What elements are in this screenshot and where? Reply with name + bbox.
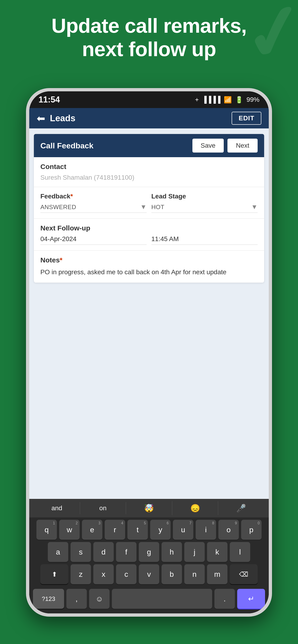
keyboard-bottom-row: ?123 , ☺ . ↵ — [29, 589, 269, 614]
key-b[interactable]: b — [162, 564, 182, 584]
key-l[interactable]: l — [230, 542, 250, 562]
feedback-card: Call Feedback Save Next Contact Suresh S… — [34, 134, 264, 282]
battery-icon: 🔋 — [235, 96, 243, 104]
lead-stage-dropdown-arrow-icon: ▼ — [251, 203, 258, 211]
suggestion-emoji-1[interactable]: 🤯 — [126, 501, 172, 515]
key-a[interactable]: a — [48, 542, 68, 562]
contact-label: Contact — [40, 163, 258, 170]
lead-stage-dropdown[interactable]: HOT ▼ — [151, 203, 258, 213]
datetime-row: 04-Apr-2024 11:45 AM — [40, 235, 258, 245]
comma-key[interactable]: , — [66, 589, 87, 609]
notes-section: Notes* PO in progress, asked me to call … — [34, 250, 264, 282]
key-u[interactable]: u7 — [173, 520, 193, 540]
keyboard-row-2: a s d f g h j k l — [33, 542, 265, 562]
phone-screen: 11:54 + ▐▐▐▐ 📶 🔋 99% ⬅ Leads EDIT — [29, 91, 269, 614]
key-j[interactable]: j — [184, 542, 205, 562]
key-p[interactable]: p0 — [241, 520, 261, 540]
keyboard-row-3: ⬆ z x c v b n m ⌫ — [33, 564, 265, 584]
key-w[interactable]: w2 — [59, 520, 80, 540]
contact-section: Contact Suresh Shamalan (7418191100) — [34, 157, 264, 187]
battery-percent: 99% — [246, 96, 259, 104]
key-i[interactable]: i8 — [196, 520, 216, 540]
lead-stage-col: Lead Stage HOT ▼ — [151, 193, 258, 213]
feedback-dropdown-arrow-icon: ▼ — [140, 203, 147, 211]
key-h[interactable]: h — [162, 542, 182, 562]
numbers-key[interactable]: ?123 — [33, 589, 64, 609]
date-value: 04-Apr-2024 — [40, 235, 77, 242]
bg-checkmark-2: ✓ — [273, 78, 298, 138]
key-q[interactable]: q1 — [37, 520, 57, 540]
feedback-col: Feedback* ANSWERED ▼ — [40, 193, 147, 213]
key-f[interactable]: f — [116, 542, 136, 562]
key-d[interactable]: d — [93, 542, 114, 562]
enter-key[interactable]: ↵ — [237, 589, 265, 609]
date-field[interactable]: 04-Apr-2024 — [40, 235, 147, 245]
feedback-value: ANSWERED — [40, 204, 140, 211]
save-button[interactable]: Save — [192, 139, 224, 152]
app-bar-left: ⬅ Leads — [37, 112, 75, 124]
back-arrow-icon[interactable]: ⬅ — [37, 112, 45, 124]
key-g[interactable]: g — [139, 542, 159, 562]
time-field[interactable]: 11:45 AM — [151, 235, 258, 245]
key-v[interactable]: v — [139, 564, 159, 584]
key-z[interactable]: z — [71, 564, 91, 584]
keyboard-suggestions: and on 🤯 😞 🎤 — [29, 499, 269, 518]
key-x[interactable]: x — [93, 564, 114, 584]
space-key[interactable] — [112, 589, 212, 609]
status-time: 11:54 — [39, 95, 60, 104]
emoji-key[interactable]: ☺ — [89, 589, 110, 609]
lead-stage-label: Lead Stage — [151, 193, 258, 200]
key-s[interactable]: s — [71, 542, 91, 562]
suggestion-on[interactable]: on — [80, 502, 126, 514]
followup-label: Next Follow-up — [40, 224, 258, 232]
card-header: Call Feedback Save Next — [34, 134, 264, 157]
contact-value: Suresh Shamalan (7418191100) — [40, 174, 258, 181]
feedback-label: Feedback* — [40, 193, 147, 200]
next-button[interactable]: Next — [227, 139, 258, 152]
key-m[interactable]: m — [207, 564, 227, 584]
signal-icon: ▐▐▐▐ — [202, 96, 220, 104]
notes-label: Notes* — [40, 256, 258, 264]
key-o[interactable]: o9 — [218, 520, 239, 540]
lead-stage-value: HOT — [151, 204, 251, 211]
key-r[interactable]: r4 — [105, 520, 125, 540]
notes-required-star: * — [60, 256, 63, 264]
time-value: 11:45 AM — [151, 235, 179, 242]
status-bar: 11:54 + ▐▐▐▐ 📶 🔋 99% — [29, 91, 269, 108]
notes-text[interactable]: PO in progress, asked me to call back on… — [40, 267, 258, 277]
feedback-required-star: * — [70, 193, 73, 200]
bluetooth-icon: + — [195, 96, 199, 104]
wifi-icon: 📶 — [224, 96, 232, 104]
app-bar-title: Leads — [50, 113, 75, 123]
card-title: Call Feedback — [40, 141, 94, 150]
content-area: Call Feedback Save Next Contact Suresh S… — [29, 128, 269, 499]
status-icons: + ▐▐▐▐ 📶 🔋 99% — [195, 96, 259, 104]
key-k[interactable]: k — [207, 542, 227, 562]
suggestion-mic[interactable]: 🎤 — [218, 501, 264, 515]
card-header-buttons: Save Next — [192, 139, 258, 152]
followup-section: Next Follow-up 04-Apr-2024 11:45 AM — [34, 218, 264, 250]
phone-mockup: 11:54 + ▐▐▐▐ 📶 🔋 99% ⬅ Leads EDIT — [26, 88, 272, 617]
keyboard-row-1: q1 w2 e3 r4 t5 y6 u7 i8 o9 p0 — [33, 520, 265, 540]
feedback-dropdown[interactable]: ANSWERED ▼ — [40, 203, 147, 213]
key-e[interactable]: e3 — [82, 520, 102, 540]
suggestion-and[interactable]: and — [34, 502, 80, 514]
backspace-key[interactable]: ⌫ — [230, 564, 258, 584]
shift-key[interactable]: ⬆ — [40, 564, 68, 584]
key-c[interactable]: c — [116, 564, 136, 584]
hero-header: Update call remarks, next follow up — [14, 14, 284, 61]
keyboard: and on 🤯 😞 🎤 q1 w2 e3 — [29, 499, 269, 614]
key-n[interactable]: n — [184, 564, 205, 584]
suggestion-emoji-2[interactable]: 😞 — [172, 501, 218, 515]
keyboard-rows: q1 w2 e3 r4 t5 y6 u7 i8 o9 p0 a s d f — [29, 518, 269, 589]
app-bar: ⬅ Leads EDIT — [29, 108, 269, 128]
key-y[interactable]: y6 — [150, 520, 171, 540]
feedback-leadstage-row: Feedback* ANSWERED ▼ Lead Stage HOT ▼ — [34, 187, 264, 218]
period-key[interactable]: . — [214, 589, 235, 609]
edit-button[interactable]: EDIT — [232, 112, 261, 125]
key-t[interactable]: t5 — [127, 520, 148, 540]
